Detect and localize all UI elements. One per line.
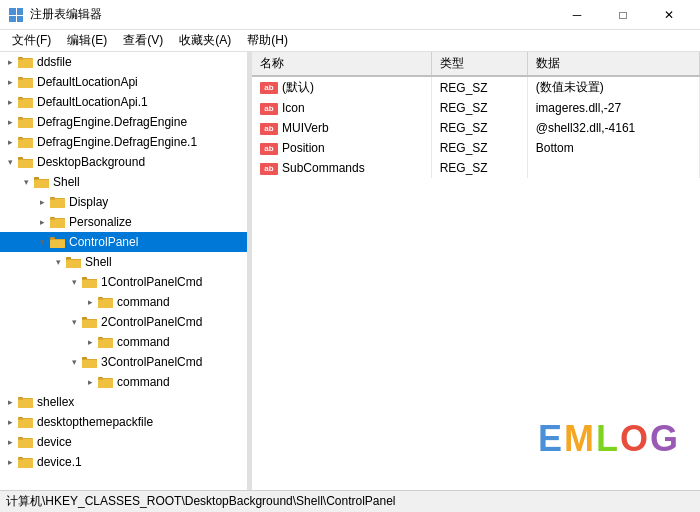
cell-name-text: Position — [282, 141, 325, 155]
table-row[interactable]: ab(默认)REG_SZ(数值未设置) — [252, 76, 700, 98]
table-row[interactable]: abPositionREG_SZBottom — [252, 138, 700, 158]
svg-rect-1 — [17, 8, 23, 15]
tree-item-defragengine1[interactable]: ▸ DefragEngine.DefragEngine.1 — [0, 132, 247, 152]
expand-icon-defragengine[interactable]: ▸ — [2, 114, 18, 130]
col-header-data[interactable]: 数据 — [527, 52, 699, 76]
svg-rect-82 — [18, 439, 33, 448]
svg-rect-23 — [18, 138, 23, 140]
menu-item-收藏夹(A)[interactable]: 收藏夹(A) — [171, 30, 239, 51]
maximize-button[interactable]: □ — [600, 0, 646, 30]
tree-item-command2[interactable]: ▸ command — [0, 332, 247, 352]
cell-type: REG_SZ — [431, 76, 527, 98]
expand-icon-device[interactable]: ▸ — [2, 434, 18, 450]
expand-icon-device1[interactable]: ▸ — [2, 454, 18, 470]
tree-item-command3[interactable]: ▸ command — [0, 372, 247, 392]
svg-rect-54 — [98, 299, 113, 308]
tree-item-1controlpanelcmd[interactable]: ▾ 1ControlPanelCmd — [0, 272, 247, 292]
tree-label-defaultlocationapi: DefaultLocationApi — [37, 75, 138, 89]
menu-item-帮助(H)[interactable]: 帮助(H) — [239, 30, 296, 51]
expand-icon-defaultlocationapi1[interactable]: ▸ — [2, 94, 18, 110]
tree-label-ddsfile: ddsfile — [37, 55, 72, 69]
svg-rect-62 — [98, 339, 113, 348]
expand-icon-shellex[interactable]: ▸ — [2, 394, 18, 410]
tree-item-defaultlocationapi[interactable]: ▸ DefaultLocationApi — [0, 72, 247, 92]
tree-item-2controlpanelcmd[interactable]: ▾ 2ControlPanelCmd — [0, 312, 247, 332]
tree-label-desktopbackground: DesktopBackground — [37, 155, 145, 169]
tree-item-personalize[interactable]: ▸ Personalize — [0, 212, 247, 232]
tree-item-device1[interactable]: ▸ device.1 — [0, 452, 247, 472]
expand-icon-controlpanel[interactable]: ▾ — [34, 234, 50, 250]
expand-icon-display[interactable]: ▸ — [34, 194, 50, 210]
col-header-name[interactable]: 名称 — [252, 52, 431, 76]
expand-icon-ddsfile[interactable]: ▸ — [2, 54, 18, 70]
value-type-icon: ab — [260, 103, 278, 115]
tree-item-device[interactable]: ▸ device — [0, 432, 247, 452]
tree-item-display[interactable]: ▸ Display — [0, 192, 247, 212]
folder-icon-device1 — [18, 454, 34, 470]
folder-icon-ddsfile — [18, 54, 34, 70]
tree-item-shell[interactable]: ▾ Shell — [0, 172, 247, 192]
expand-icon-shell2[interactable]: ▾ — [50, 254, 66, 270]
cell-data: imageres.dll,-27 — [527, 98, 699, 118]
cell-type: REG_SZ — [431, 98, 527, 118]
tree-item-3controlpanelcmd[interactable]: ▾ 3ControlPanelCmd — [0, 352, 247, 372]
tree-item-defragengine[interactable]: ▸ DefragEngine.DefragEngine — [0, 112, 247, 132]
expand-icon-command3[interactable]: ▸ — [82, 374, 98, 390]
tree-item-shellex[interactable]: ▸ shellex — [0, 392, 247, 412]
tree-panel[interactable]: ▸ ddsfile▸ DefaultLocationApi▸ DefaultLo… — [0, 52, 248, 490]
tree-item-command1[interactable]: ▸ command — [0, 292, 247, 312]
expand-icon-1controlpanelcmd[interactable]: ▾ — [66, 274, 82, 290]
cell-name-text: Icon — [282, 101, 305, 115]
tree-item-desktopthemepackfile[interactable]: ▸ desktopthemepackfile — [0, 412, 247, 432]
value-type-icon: ab — [260, 82, 278, 94]
table-row[interactable]: abSubCommandsREG_SZ — [252, 158, 700, 178]
tree-item-desktopbackground[interactable]: ▾ DesktopBackground — [0, 152, 247, 172]
tree-label-defragengine: DefragEngine.DefragEngine — [37, 115, 187, 129]
svg-rect-34 — [50, 199, 65, 208]
tree-item-controlpanel[interactable]: ▾ ControlPanel — [0, 232, 247, 252]
svg-rect-59 — [83, 319, 97, 320]
expand-icon-shell[interactable]: ▾ — [18, 174, 34, 190]
svg-rect-39 — [50, 218, 55, 220]
tree-label-defaultlocationapi1: DefaultLocationApi.1 — [37, 95, 148, 109]
svg-rect-71 — [98, 378, 103, 380]
expand-icon-2controlpanelcmd[interactable]: ▾ — [66, 314, 82, 330]
folder-icon-desktopbackground — [18, 154, 34, 170]
expand-icon-desktopbackground[interactable]: ▾ — [2, 154, 18, 170]
tree-item-shell2[interactable]: ▾ Shell — [0, 252, 247, 272]
col-header-type[interactable]: 类型 — [431, 52, 527, 76]
close-button[interactable]: ✕ — [646, 0, 692, 30]
expand-icon-defaultlocationapi[interactable]: ▸ — [2, 74, 18, 90]
tree-item-defaultlocationapi1[interactable]: ▸ DefaultLocationApi.1 — [0, 92, 247, 112]
tree-label-command2: command — [117, 335, 170, 349]
tree-label-3controlpanelcmd: 3ControlPanelCmd — [101, 355, 202, 369]
cell-type: REG_SZ — [431, 158, 527, 178]
folder-icon-command3 — [98, 374, 114, 390]
table-row[interactable]: abMUIVerbREG_SZ@shell32.dll,-4161 — [252, 118, 700, 138]
expand-icon-defragengine1[interactable]: ▸ — [2, 134, 18, 150]
registry-table: 名称类型数据 ab(默认)REG_SZ(数值未设置)abIconREG_SZim… — [252, 52, 700, 178]
svg-rect-67 — [83, 359, 97, 360]
menu-bar: 文件(F)编辑(E)查看(V)收藏夹(A)帮助(H) — [0, 30, 700, 52]
menu-item-文件(F)[interactable]: 文件(F) — [4, 30, 59, 51]
menu-item-编辑(E)[interactable]: 编辑(E) — [59, 30, 115, 51]
folder-icon-controlpanel — [50, 234, 66, 250]
expand-icon-personalize[interactable]: ▸ — [34, 214, 50, 230]
tree-item-ddsfile[interactable]: ▸ ddsfile — [0, 52, 247, 72]
svg-rect-0 — [9, 8, 16, 15]
right-panel[interactable]: 名称类型数据 ab(默认)REG_SZ(数值未设置)abIconREG_SZim… — [252, 52, 700, 490]
tree-label-shellex: shellex — [37, 395, 74, 409]
svg-rect-22 — [18, 139, 33, 148]
expand-icon-command2[interactable]: ▸ — [82, 334, 98, 350]
expand-icon-command1[interactable]: ▸ — [82, 294, 98, 310]
svg-rect-3 — [17, 16, 23, 22]
table-row[interactable]: abIconREG_SZimageres.dll,-27 — [252, 98, 700, 118]
cell-type: REG_SZ — [431, 118, 527, 138]
svg-rect-50 — [82, 280, 97, 288]
svg-rect-43 — [51, 239, 65, 240]
minimize-button[interactable]: ─ — [554, 0, 600, 30]
expand-icon-3controlpanelcmd[interactable]: ▾ — [66, 354, 82, 370]
menu-item-查看(V)[interactable]: 查看(V) — [115, 30, 171, 51]
cell-name: ab(默认) — [252, 76, 431, 98]
expand-icon-desktopthemepackfile[interactable]: ▸ — [2, 414, 18, 430]
